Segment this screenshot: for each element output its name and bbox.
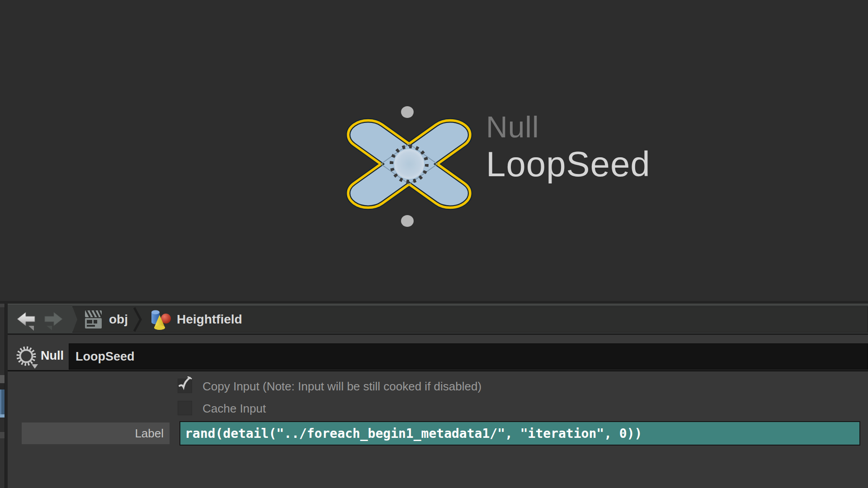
breadcrumb-item-heightfield[interactable]: Heightfield bbox=[144, 307, 247, 332]
geometry-icon bbox=[149, 309, 171, 330]
breadcrumb: obj bbox=[72, 306, 868, 333]
label-expression-field[interactable] bbox=[179, 421, 860, 446]
input-connector[interactable] bbox=[401, 106, 414, 118]
header-separator bbox=[8, 370, 868, 371]
forward-button[interactable] bbox=[43, 311, 64, 332]
breadcrumb-label: obj bbox=[109, 312, 128, 327]
param-row-cache-input: Cache Input bbox=[0, 401, 860, 416]
back-history-triangle-icon bbox=[28, 326, 34, 331]
parameter-pane: obj bbox=[0, 304, 868, 488]
node-type-menu-button[interactable] bbox=[15, 345, 40, 370]
scene-icon bbox=[84, 309, 104, 330]
copy-input-label[interactable]: Copy Input (Note: Input will be still co… bbox=[203, 380, 481, 394]
back-button[interactable] bbox=[16, 311, 37, 332]
null-node-graphic bbox=[0, 0, 868, 302]
header-node-type: Null bbox=[41, 349, 64, 363]
sliver-segment bbox=[0, 438, 5, 488]
sliver-segment bbox=[0, 432, 5, 438]
node-center-disc bbox=[394, 149, 424, 179]
breadcrumb-label: Heightfield bbox=[177, 312, 242, 327]
param-row-copy-input: Copy Input (Note: Input will be still co… bbox=[0, 379, 860, 394]
forward-arrow-icon bbox=[43, 311, 64, 332]
forward-history-triangle-icon bbox=[47, 326, 52, 330]
path-toolbar: obj bbox=[8, 304, 868, 335]
breadcrumb-item-obj[interactable]: obj bbox=[79, 307, 132, 332]
label-param-name[interactable]: Label bbox=[22, 422, 170, 444]
breadcrumb-separator-icon bbox=[132, 307, 144, 332]
cache-input-label[interactable]: Cache Input bbox=[203, 402, 266, 416]
checkmark-icon bbox=[177, 376, 193, 393]
pane-divider[interactable] bbox=[5, 304, 8, 488]
sliver-segment bbox=[0, 418, 5, 432]
node-name-field[interactable] bbox=[69, 343, 868, 370]
output-connector[interactable] bbox=[401, 215, 414, 227]
node-header-row: Null bbox=[8, 343, 868, 371]
left-pane-sliver bbox=[0, 304, 5, 488]
houdini-window: Null LoopSeed bbox=[0, 0, 868, 488]
back-arrow-icon bbox=[16, 311, 37, 332]
network-editor-canvas[interactable]: Null LoopSeed bbox=[0, 0, 868, 302]
null-gear-icon bbox=[15, 345, 40, 370]
node-name-label: LoopSeed bbox=[486, 144, 651, 185]
copy-input-checkbox[interactable] bbox=[178, 379, 192, 393]
node-type-label: Null bbox=[486, 110, 539, 144]
cache-input-checkbox[interactable] bbox=[178, 401, 192, 415]
dropdown-triangle-icon bbox=[32, 364, 38, 369]
sliver-segment bbox=[0, 304, 5, 307]
